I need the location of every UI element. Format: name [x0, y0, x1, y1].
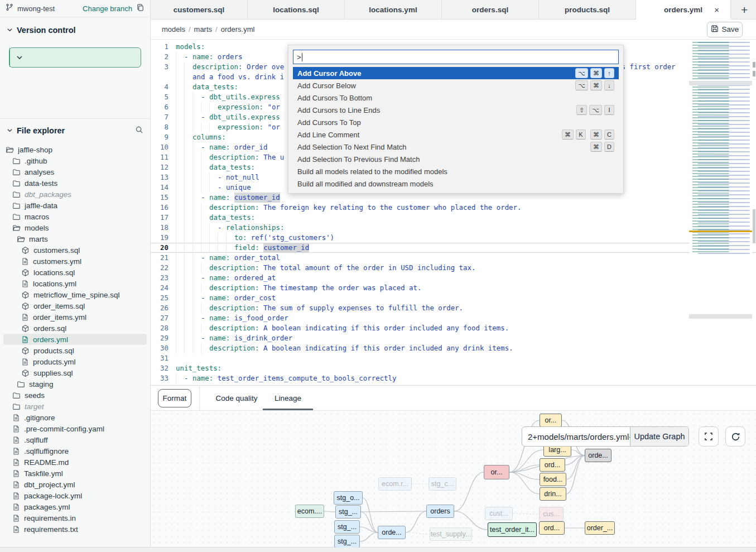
command-item-add-cursors-to-bottom[interactable]: Add Cursors To Bottom	[293, 92, 619, 104]
minimap[interactable]	[689, 42, 752, 254]
code-line-31[interactable]: 31	[151, 353, 756, 363]
lineage-node-stg-o-[interactable]: stg_o...	[334, 491, 363, 505]
tree-item-target[interactable]: target	[0, 401, 150, 412]
code-line-15[interactable]: 15- name: customer_id	[151, 193, 756, 203]
lineage-node-or-[interactable]: or...	[484, 465, 509, 479]
tree-item-requirements-in[interactable]: requirements.in	[0, 512, 150, 524]
tree-item--pre-commit-config-yaml[interactable]: .pre-commit-config.yaml	[0, 423, 150, 434]
code-line-17[interactable]: 17data_tests:	[151, 213, 756, 223]
code-line-26[interactable]: 26description: The sum of supply expense…	[151, 303, 756, 313]
command-item-add-line-comment[interactable]: Add Line Comment⌘K⌘C	[293, 128, 619, 141]
lineage-node-test-order-it-[interactable]: test_order_it...	[488, 522, 537, 537]
save-button[interactable]: Save	[707, 22, 743, 37]
copy-icon[interactable]	[136, 3, 145, 14]
lineage-node-ord-[interactable]: ord...	[540, 458, 565, 472]
code-line-16[interactable]: 16description: The foreign key relating …	[151, 203, 756, 213]
code-line-22[interactable]: 22description: The total amount of the o…	[151, 263, 756, 273]
tree-item-data-tests[interactable]: data-tests	[0, 177, 150, 189]
tree-item-analyses[interactable]: analyses	[0, 166, 150, 177]
lineage-node-test-supply-[interactable]: test_supply...	[430, 527, 472, 541]
lineage-node-cus-[interactable]: cus...	[539, 507, 564, 521]
code-line-18[interactable]: 18- relationships:	[151, 223, 756, 233]
lineage-node-ecom-[interactable]: ecom....	[295, 505, 324, 518]
tree-item-supplies-sql[interactable]: supplies.sql	[0, 367, 150, 378]
command-palette-input[interactable]: >	[293, 50, 619, 64]
tree-item--sqlfluff[interactable]: .sqlfluff	[0, 434, 150, 445]
tree-item-taskfile-yml[interactable]: Taskfile.yml	[0, 468, 150, 479]
command-item-add-cursor-above[interactable]: Add Cursor Above⌥⌘↑	[293, 67, 619, 79]
code-line-29[interactable]: 29- name: is_drink_order	[151, 333, 756, 343]
format-button[interactable]: Format	[158, 389, 191, 407]
lineage-node-orde-[interactable]: orde...	[585, 449, 611, 462]
change-branch-link[interactable]: Change branch	[83, 4, 132, 13]
tree-item-locations-yml[interactable]: locations.yml	[0, 278, 150, 289]
code-line-27[interactable]: 27- name: is_food_order	[151, 313, 756, 323]
tree-item-products-sql[interactable]: products.sql	[0, 345, 150, 356]
fullscreen-button[interactable]	[699, 426, 719, 447]
command-item-add-cursors-to-line-ends[interactable]: Add Cursors to Line Ends⇧⌥I	[293, 104, 619, 116]
lineage-node-drin-[interactable]: drin...	[540, 487, 566, 501]
refresh-button[interactable]	[725, 426, 745, 447]
tree-item-dbt-packages[interactable]: dbt_packages	[0, 189, 150, 200]
tree-item--gitignore[interactable]: .gitignore	[0, 412, 150, 423]
lineage-node-stg-c-[interactable]: stg_c...	[428, 477, 456, 491]
tab-code-quality[interactable]: Code quality	[211, 386, 262, 410]
breadcrumb-part[interactable]: marts	[194, 25, 213, 33]
tree-item-seeds[interactable]: seeds	[0, 390, 150, 401]
code-line-21[interactable]: 21- name: order_total	[151, 253, 756, 263]
tree-item-metricflow-time-spine-sql[interactable]: metricflow_time_spine.sql	[0, 289, 150, 300]
code-line-23[interactable]: 23- name: ordered_at	[151, 273, 756, 283]
lineage-node-stg-[interactable]: stg_...	[334, 520, 360, 534]
tree-item-dbt-project-yml[interactable]: dbt_project.yml	[0, 479, 150, 490]
lineage-selector-input[interactable]: 2+models/marts/orders.yml+	[522, 427, 630, 446]
breadcrumb-part[interactable]: orders.yml	[221, 25, 255, 33]
tree-item-jaffle-data[interactable]: jaffle-data	[0, 200, 150, 211]
breadcrumb-part[interactable]: models	[162, 25, 185, 33]
code-line-32[interactable]: 32unit_tests:	[151, 363, 756, 373]
editor-scrollbar[interactable]	[752, 42, 756, 254]
version-control-header[interactable]: Version control	[0, 23, 150, 37]
code-line-25[interactable]: 25- name: order_cost	[151, 293, 756, 303]
lineage-node-ecom-r-[interactable]: ecom.r...	[378, 477, 412, 491]
tree-item-orders-sql[interactable]: orders.sql	[0, 323, 150, 334]
close-icon[interactable]: ×	[714, 5, 719, 15]
lineage-node-cust-[interactable]: cust...	[485, 507, 513, 520]
tree-item-package-lock-yml[interactable]: package-lock.yml	[0, 490, 150, 501]
command-item-add-cursor-below[interactable]: Add Cursor Below⌥⌘↓	[293, 79, 619, 92]
tree-item-readme-md[interactable]: README.md	[0, 457, 150, 468]
file-explorer-header[interactable]: File explorer	[0, 124, 150, 137]
tree-item-models[interactable]: models	[0, 222, 150, 233]
tree-item-marts[interactable]: marts	[0, 233, 150, 244]
lineage-node-orders[interactable]: orders	[426, 505, 454, 518]
code-editor[interactable]: 1models:2- name: orders3description: Ord…	[151, 40, 756, 385]
command-item-add-cursors-to-top[interactable]: Add Cursors To Top	[293, 116, 619, 128]
code-line-24[interactable]: 24description: The timestamp the order w…	[151, 283, 756, 293]
command-item-build-all-models-related-to-the-modified-models[interactable]: Build all models related to the modified…	[293, 165, 619, 177]
tab-customers-sql[interactable]: customers.sql	[151, 0, 248, 19]
tab-lineage[interactable]: Lineage	[263, 386, 313, 410]
tab-products-sql[interactable]: products.sql	[539, 0, 636, 19]
code-line-33[interactable]: 33- name: test_order_items_compute_to_bo…	[151, 373, 756, 383]
tree-item-orders-yml[interactable]: orders.yml	[3, 334, 147, 345]
search-icon[interactable]	[135, 126, 143, 136]
code-line-30[interactable]: 30description: A boolean indicating if t…	[151, 343, 756, 353]
tree-item--sqlfluffignore[interactable]: .sqlfluffignore	[0, 445, 150, 457]
tree-item-jaffle-shop[interactable]: jaffle-shop	[0, 144, 150, 155]
update-graph-button[interactable]: Update Graph	[630, 427, 688, 446]
tab-locations-sql[interactable]: locations.sql	[248, 0, 345, 19]
tree-item-products-yml[interactable]: products.yml	[0, 356, 150, 367]
lineage-node-ord-[interactable]: ord...	[539, 521, 565, 535]
create-pr-button[interactable]: Create a pull request on Git...	[9, 47, 141, 68]
code-line-19[interactable]: 19to: ref('stg_customers')	[151, 233, 756, 243]
tree-item-packages-yml[interactable]: packages.yml	[0, 501, 150, 512]
code-line-20[interactable]: 20field: customer_id	[151, 243, 756, 253]
command-item-add-selection-to-next-find-match[interactable]: Add Selection To Next Find Match⌘D	[293, 141, 619, 153]
tab-orders-sql[interactable]: orders.sql	[442, 0, 539, 19]
lineage-node-order-[interactable]: order_...	[585, 521, 615, 535]
tree-item-requirements-txt[interactable]: requirements.txt	[0, 524, 150, 535]
lineage-canvas[interactable]: ecom....stg_o...stg_...stg_...stg_...ord…	[151, 411, 756, 548]
lineage-node-food-[interactable]: food...	[540, 473, 566, 486]
tree-item-customers-sql[interactable]: customers.sql	[0, 244, 150, 256]
tree-item-staging[interactable]: staging	[0, 378, 150, 390]
lineage-node-stg-[interactable]: stg_...	[335, 505, 361, 519]
